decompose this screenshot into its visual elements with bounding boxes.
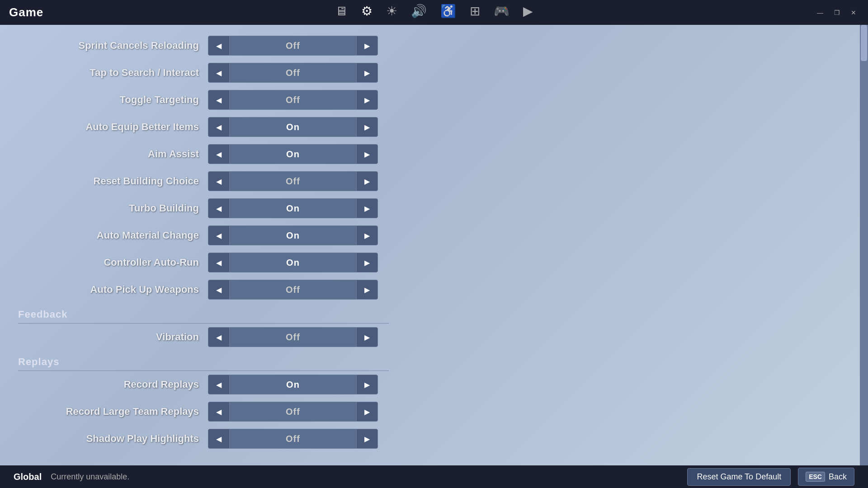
prev-button[interactable]: ◀ bbox=[208, 253, 230, 272]
setting-control: ◀On▶ bbox=[208, 117, 378, 137]
setting-row: Vibration◀Off▶ bbox=[18, 325, 389, 349]
setting-control: ◀On▶ bbox=[208, 144, 378, 164]
setting-label: Auto Material Change bbox=[18, 230, 208, 241]
setting-label: Auto Equip Better Items bbox=[18, 121, 208, 133]
next-button[interactable]: ▶ bbox=[356, 225, 378, 245]
next-button[interactable]: ▶ bbox=[356, 280, 378, 300]
setting-value: On bbox=[230, 198, 356, 218]
next-button[interactable]: ▶ bbox=[356, 429, 378, 449]
status-right[interactable]: Reset Game To Default ESC Back bbox=[687, 468, 854, 486]
status-bar: Global Currently unavailable. Reset Game… bbox=[0, 465, 868, 488]
setting-value: Off bbox=[230, 402, 356, 422]
setting-control: ◀Off▶ bbox=[208, 90, 378, 110]
next-button[interactable]: ▶ bbox=[356, 63, 378, 83]
setting-value: On bbox=[230, 225, 356, 245]
setting-control: ◀On▶ bbox=[208, 375, 378, 394]
setting-value: On bbox=[230, 144, 356, 164]
volume-icon[interactable]: 🔊 bbox=[411, 4, 427, 19]
setting-label: Controller Auto-Run bbox=[18, 257, 208, 268]
settings-icon[interactable]: ⚙ bbox=[361, 4, 373, 19]
title-bar: Game 🖥 ⚙ ☀ 🔊 ♿ ⊞ 🎮 ▶ — ❐ ✕ bbox=[0, 0, 868, 25]
next-button[interactable]: ▶ bbox=[356, 253, 378, 272]
back-label: Back bbox=[829, 472, 847, 482]
next-button[interactable]: ▶ bbox=[356, 90, 378, 110]
setting-row: Shadow Play Highlights◀Off▶ bbox=[18, 427, 389, 450]
status-left: Global Currently unavailable. bbox=[14, 472, 129, 482]
next-button[interactable]: ▶ bbox=[356, 327, 378, 347]
section-title: Replays bbox=[18, 356, 59, 367]
setting-control: ◀On▶ bbox=[208, 198, 378, 218]
prev-button[interactable]: ◀ bbox=[208, 429, 230, 449]
setting-control: ◀Off▶ bbox=[208, 171, 378, 191]
setting-value: Off bbox=[230, 429, 356, 449]
setting-control: ◀Off▶ bbox=[208, 429, 378, 449]
setting-value: Off bbox=[230, 36, 356, 56]
setting-row: Reset Building Choice◀Off▶ bbox=[18, 169, 389, 193]
prev-button[interactable]: ◀ bbox=[208, 171, 230, 191]
prev-button[interactable]: ◀ bbox=[208, 402, 230, 422]
title-bar-left: Game bbox=[9, 5, 43, 19]
prev-button[interactable]: ◀ bbox=[208, 280, 230, 300]
status-message: Currently unavailable. bbox=[51, 472, 129, 482]
brightness-icon[interactable]: ☀ bbox=[386, 4, 397, 19]
setting-label: Record Large Team Replays bbox=[18, 406, 208, 418]
setting-control: ◀On▶ bbox=[208, 225, 378, 245]
reset-default-button[interactable]: Reset Game To Default bbox=[687, 468, 791, 486]
setting-label: Record Replays bbox=[18, 379, 208, 390]
setting-value: Off bbox=[230, 327, 356, 347]
maximize-button[interactable]: ❐ bbox=[831, 8, 843, 17]
prev-button[interactable]: ◀ bbox=[208, 225, 230, 245]
accessibility-icon[interactable]: ♿ bbox=[440, 4, 456, 19]
minimize-button[interactable]: — bbox=[814, 8, 826, 17]
next-button[interactable]: ▶ bbox=[356, 36, 378, 56]
setting-row: Auto Equip Better Items◀On▶ bbox=[18, 115, 389, 139]
back-button[interactable]: ESC Back bbox=[798, 468, 854, 486]
setting-label: Tap to Search / Interact bbox=[18, 67, 208, 79]
next-button[interactable]: ▶ bbox=[356, 375, 378, 394]
scroll-thumb[interactable] bbox=[861, 25, 867, 61]
setting-label: Reset Building Choice bbox=[18, 175, 208, 187]
main-settings-list: Sprint Cancels Reloading◀Off▶Tap to Sear… bbox=[18, 34, 389, 301]
setting-row: Auto Material Change◀On▶ bbox=[18, 224, 389, 247]
setting-value: Off bbox=[230, 280, 356, 300]
prev-button[interactable]: ◀ bbox=[208, 144, 230, 164]
prev-button[interactable]: ◀ bbox=[208, 198, 230, 218]
window-controls[interactable]: — ❐ ✕ bbox=[814, 8, 859, 17]
setting-control: ◀Off▶ bbox=[208, 327, 378, 347]
close-button[interactable]: ✕ bbox=[848, 8, 859, 17]
nav-icons: 🖥 ⚙ ☀ 🔊 ♿ ⊞ 🎮 ▶ bbox=[335, 4, 533, 19]
setting-row: Record Replays◀On▶ bbox=[18, 373, 389, 396]
prev-button[interactable]: ◀ bbox=[208, 375, 230, 394]
prev-button[interactable]: ◀ bbox=[208, 63, 230, 83]
settings-panel: Sprint Cancels Reloading◀Off▶Tap to Sear… bbox=[0, 25, 407, 465]
setting-row: Sprint Cancels Reloading◀Off▶ bbox=[18, 34, 389, 57]
esc-label: ESC bbox=[806, 472, 825, 482]
prev-button[interactable]: ◀ bbox=[208, 117, 230, 137]
setting-label: Sprint Cancels Reloading bbox=[18, 40, 208, 52]
setting-label: Shadow Play Highlights bbox=[18, 433, 208, 445]
setting-value: On bbox=[230, 117, 356, 137]
scroll-track[interactable] bbox=[860, 25, 868, 465]
next-button[interactable]: ▶ bbox=[356, 402, 378, 422]
sections-container: FeedbackVibration◀Off▶ReplaysRecord Repl… bbox=[18, 309, 389, 450]
gamepad-icon[interactable]: 🎮 bbox=[494, 4, 509, 19]
setting-value: On bbox=[230, 253, 356, 272]
next-button[interactable]: ▶ bbox=[356, 117, 378, 137]
next-button[interactable]: ▶ bbox=[356, 171, 378, 191]
section-header: Replays bbox=[18, 356, 389, 371]
next-button[interactable]: ▶ bbox=[356, 144, 378, 164]
monitor-icon[interactable]: 🖥 bbox=[335, 4, 348, 19]
global-label: Global bbox=[14, 472, 42, 482]
prev-button[interactable]: ◀ bbox=[208, 36, 230, 56]
setting-row: Controller Auto-Run◀On▶ bbox=[18, 251, 389, 274]
layout-icon[interactable]: ⊞ bbox=[470, 4, 480, 19]
setting-value: Off bbox=[230, 63, 356, 83]
setting-row: Toggle Targeting◀Off▶ bbox=[18, 88, 389, 112]
prev-button[interactable]: ◀ bbox=[208, 327, 230, 347]
next-button[interactable]: ▶ bbox=[356, 198, 378, 218]
replay-icon[interactable]: ▶ bbox=[523, 4, 533, 19]
setting-value: Off bbox=[230, 90, 356, 110]
setting-label: Aim Assist bbox=[18, 148, 208, 160]
section-title: Feedback bbox=[18, 309, 68, 320]
prev-button[interactable]: ◀ bbox=[208, 90, 230, 110]
